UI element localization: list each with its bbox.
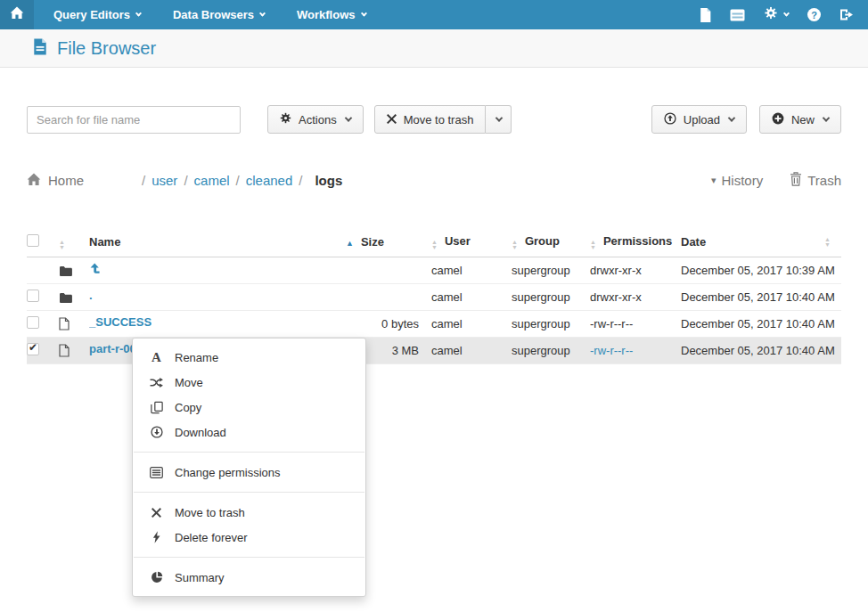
date-cell: December 05, 2017 10:40 AM [681, 310, 841, 337]
chevron-down-icon [135, 11, 142, 17]
chevron-down-icon [823, 114, 830, 121]
context-menu-item-summary[interactable]: Summary [133, 565, 365, 590]
menu-divider [134, 557, 364, 558]
column-header-permissions[interactable]: ▲▼Permissions [590, 228, 681, 257]
chevron-down-icon [360, 11, 366, 17]
shuffle-icon [150, 377, 163, 388]
permissions-cell: drwxr-xr-x [590, 283, 681, 310]
date-cell: December 05, 2017 10:39 AM [681, 257, 841, 283]
context-menu-item-delete-forever[interactable]: Delete forever [133, 525, 365, 550]
upload-button[interactable]: Upload [651, 105, 747, 134]
breadcrumb-current: logs [315, 173, 342, 188]
help-icon[interactable]: ? [807, 8, 821, 21]
select-all-checkbox[interactable] [27, 234, 39, 247]
context-menu-item-copy[interactable]: Copy [133, 395, 365, 420]
file-name-link[interactable]: _SUCCESS [89, 315, 151, 329]
trash-button[interactable]: Trash [790, 172, 841, 189]
size-cell [346, 283, 431, 310]
file-toolbar: Actions Move to trash Upload [27, 105, 841, 134]
history-button[interactable]: ▾ History [711, 173, 763, 188]
pie-chart-icon [150, 571, 163, 583]
file-icon [59, 310, 89, 337]
home-icon [27, 173, 41, 189]
size-cell [346, 257, 431, 283]
context-menu-item-download[interactable]: Download [133, 420, 365, 445]
move-to-trash-caret[interactable] [486, 105, 512, 134]
chevron-down-icon [259, 11, 266, 17]
copy-icon [150, 401, 163, 414]
date-cell: December 05, 2017 10:40 AM [681, 337, 841, 363]
caret-down-icon: ▾ [711, 175, 717, 186]
context-menu-item-move-to-trash[interactable]: Move to trash [133, 500, 365, 525]
column-header-user[interactable]: ▲▼User [431, 228, 512, 257]
chevron-down-icon [783, 11, 790, 17]
home-button[interactable] [0, 0, 34, 29]
actions-button[interactable]: Actions [267, 105, 364, 134]
table-row[interactable]: camel supergroup drwxr-xr-x December 05,… [27, 257, 841, 283]
group-cell: supergroup [512, 257, 590, 283]
file-text-icon [33, 38, 47, 59]
sort-arrows-icon: ▲▼ [512, 240, 518, 250]
folder-icon [59, 283, 89, 310]
sort-arrows-icon: ▲▼ [824, 237, 831, 248]
menu-divider [134, 492, 364, 493]
bolt-icon [150, 531, 163, 543]
group-cell: supergroup [512, 283, 590, 310]
select-all-checkbox-cell [27, 228, 59, 257]
column-header-group[interactable]: ▲▼Group [512, 228, 590, 257]
menu-query-editors[interactable]: Query Editors [53, 8, 141, 21]
trash-icon [790, 172, 802, 189]
settings-menu[interactable] [764, 6, 789, 23]
breadcrumb-link-user[interactable]: user [151, 173, 177, 188]
breadcrumb-link-camel[interactable]: camel [194, 173, 230, 188]
new-button[interactable]: New [759, 105, 841, 134]
folder-icon [59, 257, 89, 283]
sign-out-icon[interactable] [839, 8, 854, 21]
row-checkbox[interactable] [27, 316, 39, 329]
group-cell: supergroup [512, 337, 590, 363]
user-cell: camel [431, 257, 512, 283]
context-menu-item-change-permissions[interactable]: Change permissions [133, 460, 365, 485]
permissions-cell: drwxr-xr-x [590, 257, 681, 283]
font-icon: A [150, 351, 163, 364]
user-cell: camel [431, 310, 512, 337]
column-header-date[interactable]: Date▲▼ [681, 228, 841, 257]
file-name-link[interactable]: . [89, 289, 93, 302]
menu-label: Data Browsers [173, 8, 254, 21]
permissions-link[interactable]: -rw-r--r-- [590, 344, 633, 357]
sort-arrows-icon: ▲▼ [590, 240, 596, 250]
row-checkbox-checked[interactable] [27, 343, 39, 355]
context-menu-item-rename[interactable]: A Rename [133, 345, 365, 370]
breadcrumb-home[interactable]: Home [27, 173, 84, 189]
sort-name[interactable]: ▲▼ [59, 228, 89, 257]
context-menu: A Rename Move Copy Download Change permi… [132, 338, 366, 597]
row-checkbox[interactable] [27, 290, 39, 302]
close-icon [387, 113, 397, 126]
menu-data-browsers[interactable]: Data Browsers [173, 8, 265, 21]
file-icon [59, 337, 89, 363]
size-cell: 0 bytes [346, 310, 431, 337]
home-icon [10, 6, 24, 23]
column-header-name[interactable]: Name [89, 228, 346, 257]
table-icon[interactable] [730, 9, 745, 21]
breadcrumb: Home / user / camel / cleaned / logs ▾ H… [27, 172, 841, 189]
sort-ascending-icon: ▲ [346, 239, 354, 248]
top-navbar: Query Editors Data Browsers Workflows ? [0, 0, 868, 29]
column-header-size[interactable]: ▲Size [346, 228, 431, 257]
download-icon [150, 426, 163, 438]
permissions-cell: -rw-r--r-- [590, 310, 681, 337]
breadcrumb-separator: / [177, 173, 193, 188]
breadcrumb-separator: / [230, 173, 246, 188]
menu-workflows[interactable]: Workflows [297, 8, 366, 21]
gears-icon [764, 6, 778, 23]
table-row[interactable]: _SUCCESS 0 bytes camel supergroup -rw-r-… [27, 310, 841, 337]
table-row[interactable]: . camel supergroup drwxr-xr-x December 0… [27, 283, 841, 310]
breadcrumb-link-cleaned[interactable]: cleaned [246, 173, 293, 188]
sort-arrows-icon: ▲▼ [59, 240, 65, 250]
context-menu-item-move[interactable]: Move [133, 370, 365, 395]
move-to-trash-button[interactable]: Move to trash [374, 105, 487, 134]
menu-label: Query Editors [53, 8, 130, 21]
search-input[interactable] [27, 106, 241, 134]
parent-dir-link[interactable] [89, 257, 346, 283]
document-icon[interactable] [700, 8, 711, 22]
